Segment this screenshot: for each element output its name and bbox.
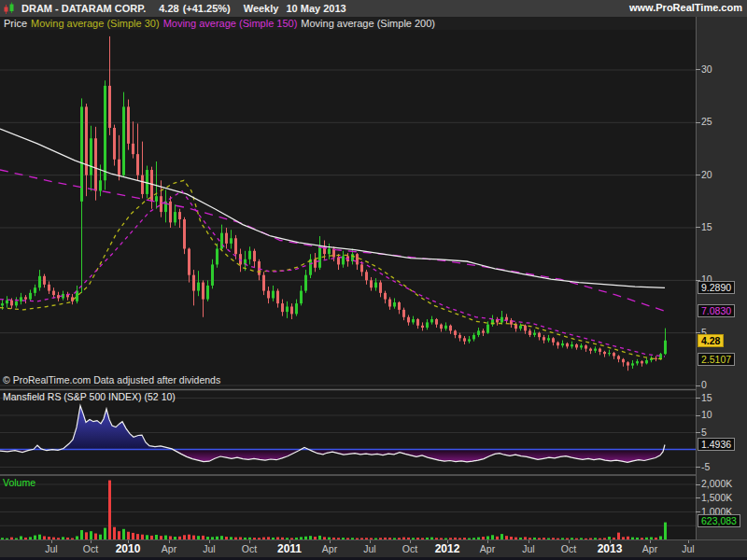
candlestick[interactable]: [202, 280, 204, 316]
candlestick[interactable]: [29, 289, 32, 301]
candlestick[interactable]: [300, 286, 303, 305]
ma-line[interactable]: [0, 180, 665, 358]
volume-bar[interactable]: [104, 528, 106, 539]
candlestick[interactable]: [500, 311, 503, 325]
candlestick[interactable]: [594, 346, 597, 353]
candlestick[interactable]: [197, 271, 200, 296]
legend-price[interactable]: Price: [4, 18, 27, 29]
volume-bar[interactable]: [127, 532, 130, 539]
candlestick[interactable]: [636, 359, 639, 366]
candlestick[interactable]: [337, 254, 340, 270]
candlestick[interactable]: [533, 329, 536, 337]
candlestick[interactable]: [412, 316, 415, 325]
candlestick[interactable]: [664, 329, 667, 356]
candlestick[interactable]: [365, 270, 368, 285]
volume-bar[interactable]: [85, 532, 88, 539]
candlestick[interactable]: [258, 259, 261, 281]
candlestick[interactable]: [561, 341, 564, 348]
candlestick[interactable]: [458, 333, 461, 342]
candlestick[interactable]: [113, 125, 116, 166]
candlestick[interactable]: [290, 303, 293, 319]
candlestick[interactable]: [435, 318, 438, 328]
candlestick[interactable]: [603, 351, 606, 357]
candlestick[interactable]: [141, 142, 144, 199]
candlestick[interactable]: [496, 317, 499, 326]
candlestick[interactable]: [38, 270, 41, 291]
candlestick[interactable]: [211, 259, 214, 289]
legend-ma150[interactable]: Moving average (Simple 150): [163, 18, 298, 29]
candlestick[interactable]: [262, 272, 265, 295]
volume-bar[interactable]: [108, 481, 111, 539]
candlestick[interactable]: [85, 104, 88, 196]
time-axis-bar[interactable]: JulOct2010AprJulOct2011AprJulOct2012AprJ…: [0, 539, 747, 557]
candlestick[interactable]: [342, 251, 345, 268]
candlestick[interactable]: [631, 360, 634, 369]
candlestick[interactable]: [80, 98, 83, 292]
legend-ma30[interactable]: Moving average (Simple 30): [31, 18, 160, 29]
candlestick[interactable]: [566, 343, 569, 349]
candlestick[interactable]: [575, 343, 578, 350]
candlestick[interactable]: [482, 329, 485, 336]
candlestick[interactable]: [641, 360, 643, 367]
candlestick[interactable]: [132, 121, 134, 158]
volume-bar[interactable]: [132, 533, 134, 539]
candlestick[interactable]: [6, 296, 8, 307]
candlestick[interactable]: [655, 356, 657, 361]
candlestick[interactable]: [48, 281, 50, 294]
candlestick[interactable]: [463, 336, 466, 344]
candlestick[interactable]: [183, 217, 186, 254]
candlestick[interactable]: [309, 254, 312, 278]
candlestick[interactable]: [76, 286, 78, 303]
candlestick[interactable]: [206, 280, 209, 301]
timeframe-label[interactable]: Weekly: [244, 3, 279, 14]
charts-canvas[interactable]: [0, 0, 696, 560]
candlestick[interactable]: [416, 318, 419, 329]
candlestick[interactable]: [650, 356, 653, 362]
candlestick[interactable]: [557, 342, 559, 349]
candlestick[interactable]: [267, 287, 270, 303]
candlestick[interactable]: [146, 166, 148, 199]
volume-panel-title[interactable]: Volume: [3, 477, 35, 488]
candlestick[interactable]: [454, 329, 457, 338]
candlestick[interactable]: [90, 126, 92, 191]
candlestick[interactable]: [24, 295, 27, 303]
candlestick[interactable]: [370, 277, 373, 291]
candlestick[interactable]: [617, 355, 620, 362]
candlestick[interactable]: [169, 196, 172, 228]
candlestick[interactable]: [174, 204, 176, 226]
volume-bar[interactable]: [80, 530, 83, 539]
candlestick[interactable]: [304, 270, 307, 293]
candlestick[interactable]: [118, 135, 120, 180]
candlestick[interactable]: [286, 301, 289, 318]
candlestick[interactable]: [178, 209, 181, 228]
candlestick[interactable]: [248, 246, 251, 264]
volume-bar[interactable]: [118, 531, 120, 539]
candlestick[interactable]: [402, 308, 405, 321]
candlestick[interactable]: [571, 342, 573, 349]
candlestick[interactable]: [547, 335, 550, 343]
candlestick[interactable]: [136, 123, 139, 180]
candlestick[interactable]: [379, 280, 382, 297]
mansfield-panel-title[interactable]: Mansfield RS (S&P 500 INDEX) (52 10): [3, 391, 176, 402]
candlestick[interactable]: [468, 336, 471, 343]
candlestick[interactable]: [272, 286, 275, 301]
candlestick[interactable]: [599, 347, 601, 355]
candlestick[interactable]: [622, 358, 625, 367]
volume-bar[interactable]: [122, 529, 125, 539]
candlestick[interactable]: [122, 92, 125, 177]
candlestick[interactable]: [104, 80, 106, 189]
ma-line[interactable]: [0, 170, 665, 311]
candlestick[interactable]: [440, 324, 443, 332]
candlestick[interactable]: [407, 315, 410, 326]
candlestick[interactable]: [430, 316, 433, 325]
candlestick[interactable]: [491, 315, 494, 327]
candlestick[interactable]: [216, 244, 218, 268]
candlestick[interactable]: [529, 329, 531, 337]
candlestick[interactable]: [15, 297, 18, 307]
candlestick[interactable]: [34, 285, 36, 296]
candlestick[interactable]: [192, 270, 195, 305]
candlestick[interactable]: [393, 298, 396, 308]
volume-bar[interactable]: [90, 531, 92, 539]
candlestick[interactable]: [150, 167, 153, 209]
candlestick[interactable]: [314, 253, 317, 272]
